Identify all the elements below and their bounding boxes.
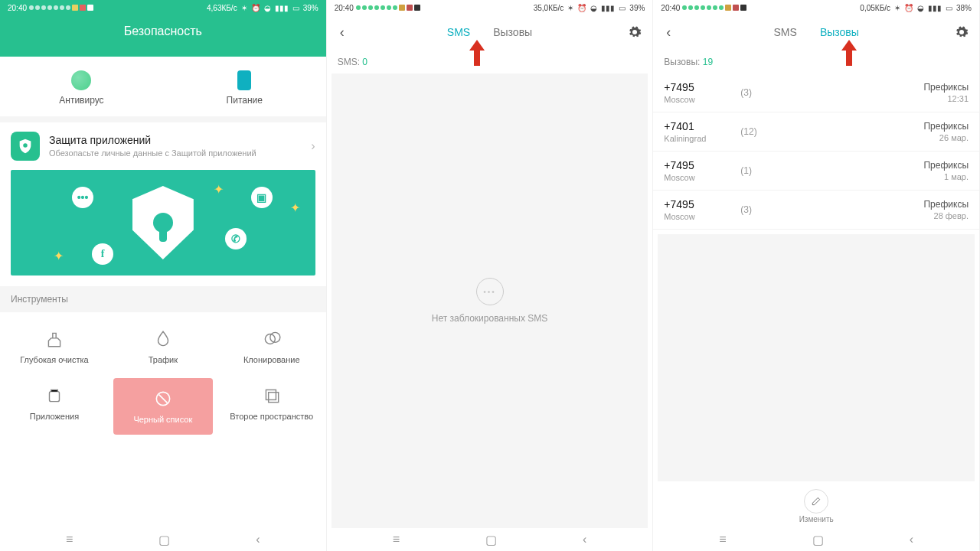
tool-label: Черный список: [116, 415, 210, 424]
status-net: 4,63КБ/с: [207, 4, 237, 12]
antivirus-label: Антивирус: [0, 95, 163, 106]
tab-calls[interactable]: Вызовы: [493, 23, 532, 41]
call-date: 28 февр.: [779, 211, 969, 220]
call-number: +7495: [664, 81, 740, 93]
tool-traffic[interactable]: Трафик: [109, 318, 217, 375]
screen-sms: 20:40 35,0КБ/с ✶ ⏰ ◒ ▮▮▮ ▭ 39% ‹ SMS Выз…: [327, 0, 654, 551]
status-time: 20:40: [335, 4, 354, 12]
edit-label: Изменить: [653, 515, 979, 523]
call-count: (12): [740, 126, 779, 137]
empty-filler: [658, 234, 975, 481]
nav-home-icon[interactable]: ▢: [485, 533, 497, 547]
app-lock-banner[interactable]: ••• ▣ ✆ f ✦ ✦ ✦: [11, 170, 315, 276]
bluetooth-icon: ✶: [567, 4, 573, 12]
tool-clone[interactable]: Клонирование: [217, 318, 326, 375]
back-button[interactable]: ‹: [333, 24, 351, 41]
tool-label: Приложения: [3, 412, 106, 421]
alarm-icon: ⏰: [251, 4, 260, 12]
call-list: +7495Moscow (3) Префиксы12:31 +7401Kalin…: [653, 73, 979, 230]
shield-icon: [11, 132, 40, 161]
red-arrow-annotation: [468, 40, 486, 66]
tab-sms[interactable]: SMS: [774, 23, 797, 41]
tool-second-space[interactable]: Второе пространство: [217, 375, 326, 438]
sparkle-icon: ✦: [290, 201, 300, 215]
svg-rect-6: [268, 393, 278, 403]
settings-button[interactable]: [628, 25, 646, 39]
tool-label: Трафик: [112, 355, 214, 364]
screen-calls: 20:40 0,05КБ/с ✶ ⏰ ◒ ▮▮▮ ▭ 38% ‹ SMS Выз…: [653, 0, 980, 551]
nav-back-icon[interactable]: ‹: [583, 533, 586, 546]
call-location: Kaliningrad: [664, 134, 740, 143]
header: ‹ SMS Вызовы: [653, 15, 979, 49]
count-line: SMS: 0: [327, 49, 653, 73]
status-net: 35,0КБ/с: [534, 4, 564, 12]
nav-back-icon[interactable]: ‹: [910, 533, 913, 546]
status-batt: 39%: [629, 4, 645, 12]
status-batt: 38%: [956, 4, 972, 12]
call-tag: Префиксы: [779, 160, 969, 171]
drop-icon: [153, 329, 173, 349]
nav-menu-icon[interactable]: ≡: [393, 533, 400, 546]
signal-icon: ▮▮▮: [275, 4, 289, 12]
battery-icon: ▭: [292, 4, 299, 12]
nav-menu-icon[interactable]: ≡: [66, 533, 73, 546]
android-icon: [44, 386, 64, 406]
facebook-icon: f: [92, 243, 113, 265]
nav-back-icon[interactable]: ‹: [256, 533, 260, 546]
header: ‹ SMS Вызовы: [327, 15, 653, 49]
status-notif-icons: [356, 5, 420, 11]
screen-security: 20:40 4,63КБ/с ✶ ⏰ ◒ ▮▮▮ ▭ 39% Безопасно…: [0, 0, 327, 551]
bluetooth-icon: ✶: [894, 4, 900, 12]
tab-calls[interactable]: Вызовы: [820, 23, 859, 41]
battery-button[interactable]: Питание: [163, 57, 326, 116]
svg-point-0: [23, 143, 28, 148]
empty-text: Нет заблокированных SMS: [432, 313, 548, 324]
sparkle-icon: ✦: [214, 182, 224, 197]
wifi-icon: ◒: [264, 4, 271, 12]
call-row[interactable]: +7401Kaliningrad (12) Префиксы26 мар.: [653, 112, 979, 152]
red-arrow-annotation: [840, 40, 858, 66]
call-row[interactable]: +7495Moscow (1) Префиксы1 мар.: [653, 152, 979, 191]
tab-sms[interactable]: SMS: [447, 23, 470, 41]
bluetooth-icon: ✶: [241, 4, 247, 12]
alarm-icon: ⏰: [577, 4, 586, 12]
tool-apps[interactable]: Приложения: [0, 375, 109, 438]
nav-menu-icon[interactable]: ≡: [719, 533, 726, 546]
shield-graphic: [132, 186, 194, 259]
tool-deep-clean[interactable]: Глубокая очистка: [0, 318, 109, 375]
settings-button[interactable]: [955, 25, 973, 39]
call-row[interactable]: +7495Moscow (3) Префиксы12:31: [653, 73, 979, 112]
call-date: 26 мар.: [779, 133, 969, 142]
nav-home-icon[interactable]: ▢: [812, 533, 824, 547]
phone-icon: ✆: [225, 228, 247, 249]
header-green: 20:40 4,63КБ/с ✶ ⏰ ◒ ▮▮▮ ▭ 39% Безопасно…: [0, 0, 326, 57]
count-value: 19: [703, 57, 713, 67]
broom-icon: [44, 329, 64, 349]
back-button[interactable]: ‹: [659, 24, 678, 41]
layers-icon: [262, 386, 282, 406]
chat-bubble-icon: •••: [72, 187, 93, 208]
chevron-right-icon: ›: [311, 139, 315, 153]
status-bar: 20:40 35,0КБ/с ✶ ⏰ ◒ ▮▮▮ ▭ 39%: [327, 0, 653, 15]
call-tag: Префиксы: [779, 199, 969, 210]
count-value: 0: [362, 57, 368, 67]
count-label: SMS:: [338, 57, 360, 67]
signal-icon: ▮▮▮: [928, 4, 942, 12]
photo-icon: ▣: [251, 187, 273, 208]
tool-blocklist[interactable]: Черный список: [113, 378, 213, 435]
svg-rect-3: [49, 392, 59, 402]
antivirus-button[interactable]: Антивирус: [0, 57, 163, 116]
svg-rect-5: [266, 390, 276, 399]
gear-icon: [955, 25, 969, 39]
count-label: Вызовы:: [664, 57, 700, 67]
call-number: +7495: [664, 159, 740, 171]
edit-button[interactable]: Изменить: [653, 481, 979, 528]
call-row[interactable]: +7495Moscow (3) Префиксы28 февр.: [653, 191, 979, 230]
app-lock-card[interactable]: Защита приложений Обезопасьте личные дан…: [0, 122, 326, 170]
nav-home-icon[interactable]: ▢: [158, 533, 170, 547]
call-count: (3): [740, 204, 779, 215]
nav-bar: ≡ ▢ ‹: [0, 528, 326, 551]
tool-label: Клонирование: [220, 355, 323, 364]
battery-icon: ▭: [619, 4, 626, 12]
gear-icon: [628, 25, 642, 39]
